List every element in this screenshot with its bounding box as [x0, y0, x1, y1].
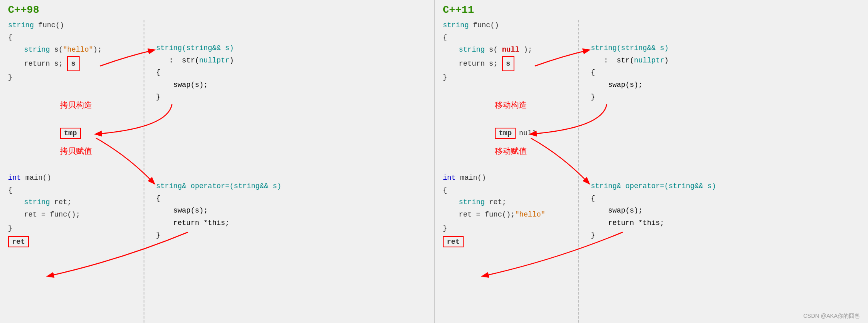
- code-line: return *this;: [591, 217, 716, 229]
- right-title: C++11: [443, 4, 860, 16]
- left-panel: C++98 string func() { string s("hello");…: [0, 0, 434, 323]
- code-line: }: [156, 229, 281, 241]
- copy-construct-label: 拷贝构造: [60, 100, 92, 110]
- box-s-right: s: [502, 56, 514, 72]
- right-right-code: string(string&& s) : _str(nullptr) { swa…: [591, 42, 668, 103]
- code-line: swap(s);: [156, 205, 281, 217]
- code-line: string& operator=(string&& s): [156, 180, 281, 193]
- code-line: string& operator=(string&& s): [591, 180, 716, 193]
- box-s-left: s: [67, 56, 80, 72]
- code-line: : _str(nullptr): [156, 54, 234, 67]
- code-line: {: [591, 193, 716, 205]
- code-line: string(string&& s): [591, 42, 668, 54]
- code-line: return *this;: [156, 217, 281, 229]
- code-line: }: [156, 91, 234, 103]
- code-line: string func(): [443, 19, 860, 32]
- code-line: {: [156, 66, 234, 79]
- code-line: string func(): [8, 19, 426, 32]
- left-title: C++98: [8, 4, 426, 16]
- main-container: C++98 string func() { string s("hello");…: [0, 0, 868, 323]
- copy-assign-label: 拷贝赋值: [60, 146, 92, 156]
- box-ret-right: ret: [443, 236, 464, 247]
- move-assign-label: 移动赋值: [495, 146, 527, 156]
- box-tmp-left: tmp: [60, 128, 81, 139]
- left-right-code2: string& operator=(string&& s) { swap(s);…: [156, 180, 281, 241]
- code-line: }: [591, 91, 668, 103]
- right-panel: C++11 string func() { string s( null ); …: [435, 0, 868, 323]
- code-line: : _str(nullptr): [591, 54, 668, 67]
- code-line: {: [156, 193, 281, 205]
- code-line: }: [591, 229, 716, 241]
- tmp-null-label: null: [519, 129, 536, 137]
- move-construct-label: 移动构造: [495, 100, 527, 110]
- right-right-code2: string& operator=(string&& s) { swap(s);…: [591, 180, 716, 241]
- watermark: CSDN @AKA你的囧爸: [803, 313, 860, 320]
- code-line: swap(s);: [591, 79, 668, 91]
- box-tmp-right: tmp: [495, 128, 516, 139]
- left-right-code: string(string&& s) : _str(nullptr) { swa…: [156, 42, 234, 103]
- code-line: swap(s);: [591, 205, 716, 217]
- code-line: swap(s);: [156, 79, 234, 91]
- code-line: string(string&& s): [156, 42, 234, 54]
- code-line: {: [591, 66, 668, 79]
- box-ret-left: ret: [8, 236, 29, 247]
